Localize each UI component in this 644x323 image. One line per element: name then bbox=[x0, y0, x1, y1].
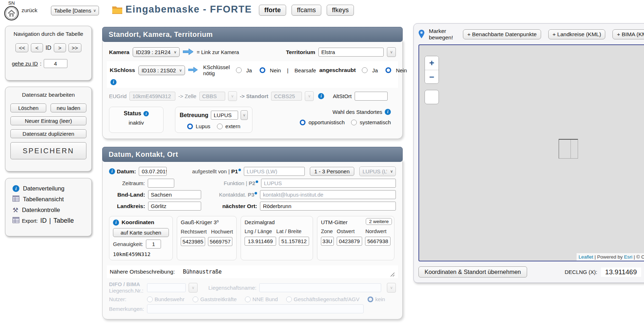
declng-label: DECLNG (X): bbox=[565, 269, 597, 275]
datum-input[interactable]: 03.07.2019 bbox=[139, 167, 167, 176]
wahl-info-icon[interactable] bbox=[385, 109, 391, 115]
utm-ost-input[interactable]: 0423879 bbox=[337, 237, 362, 246]
rechtswert-input[interactable]: 5423985 bbox=[181, 237, 205, 246]
utm-more-button[interactable]: 2 weitere bbox=[366, 218, 392, 225]
zeitraum-input[interactable] bbox=[148, 179, 174, 188]
datum-info-icon[interactable] bbox=[109, 168, 115, 174]
personen-button[interactable]: 1 - 3 Personen bbox=[310, 167, 354, 176]
resize-handle-icon[interactable] bbox=[390, 272, 394, 276]
betreuung-input[interactable]: LUPUS bbox=[211, 111, 238, 120]
koordinaten-uebernehmen-button[interactable]: Koordinaten & Standort übernehmen bbox=[418, 266, 527, 278]
kamera-label: Kamera bbox=[109, 49, 129, 56]
next-record-button[interactable]: > bbox=[54, 43, 66, 52]
sidebar-item-datenverteilung[interactable]: Datenverteilung bbox=[13, 185, 86, 192]
app-button-ffkeys[interactable]: ffkeys bbox=[327, 5, 354, 16]
p3-input[interactable]: kontakt@lupus-institut.de bbox=[260, 190, 396, 199]
kschluessel-ja-radio[interactable] bbox=[236, 67, 242, 73]
dezimalgrad-box: Dezimalgrad Lng / Länge Lat / Breite 13.… bbox=[241, 216, 313, 260]
systematisch-radio[interactable] bbox=[351, 120, 357, 125]
p1-select[interactable]: LUPUS (LW bbox=[359, 167, 396, 176]
goto-id-colon: : bbox=[40, 61, 42, 67]
utm-ost-label: Ostwert bbox=[337, 228, 365, 234]
reload-button[interactable]: neu laden bbox=[51, 103, 86, 112]
nutzer-kein-radio bbox=[368, 297, 373, 302]
utm-nord-input[interactable]: 5667938 bbox=[365, 237, 390, 246]
leaflet-link[interactable]: Leaflet bbox=[579, 254, 593, 260]
home-icon[interactable] bbox=[4, 16, 19, 22]
betreuung-extern-radio[interactable] bbox=[217, 124, 223, 129]
delete-button[interactable]: Löschen bbox=[10, 103, 46, 112]
separator: | bbox=[287, 67, 288, 73]
lng-input[interactable]: 13.911469 bbox=[245, 237, 276, 246]
links-panel: Datenverteilung Tabellenansicht ⚒ Datenk… bbox=[5, 178, 92, 236]
koordinaten-box: Koordinaten auf Karte suchen Genauigkeit… bbox=[109, 216, 173, 260]
kamera-select[interactable]: ID239 : 21R24 bbox=[133, 47, 180, 57]
save-button[interactable]: SPEICHERN bbox=[10, 142, 86, 159]
bima-kml-button[interactable]: + BIMA (KML) bbox=[612, 29, 644, 39]
zoom-out-button[interactable]: − bbox=[425, 70, 439, 83]
prev-record-button[interactable]: < bbox=[31, 43, 43, 52]
koordinaten-info-icon[interactable] bbox=[113, 220, 119, 226]
status-info-icon[interactable] bbox=[143, 111, 149, 116]
eugrid-label: EUGrid bbox=[109, 93, 127, 99]
karte-suchen-button[interactable]: auf Karte suchen bbox=[113, 228, 169, 237]
last-record-button[interactable]: >> bbox=[68, 43, 81, 52]
table-select[interactable]: Tabelle [Datens bbox=[51, 6, 99, 15]
opportunistisch-radio[interactable] bbox=[300, 120, 306, 125]
kschloss-select[interactable]: ID103 : 21S02 bbox=[138, 66, 185, 75]
esri-link[interactable]: Esri bbox=[624, 254, 632, 260]
liegenschaftsname-dropdown bbox=[387, 283, 396, 293]
utm-zone-input[interactable]: 33U bbox=[321, 237, 334, 246]
standort-input: CCBS25 bbox=[271, 92, 302, 101]
landkreise-kml-button[interactable]: + Landkreise (KML) bbox=[548, 29, 606, 39]
bearsafe-nein-radio[interactable] bbox=[385, 67, 391, 73]
landkreis-input[interactable]: Görlitz bbox=[148, 202, 201, 211]
goto-id-link[interactable]: gehe zu ID bbox=[12, 61, 38, 67]
kschluessel-nein-radio[interactable] bbox=[260, 67, 265, 73]
kschloss-info-icon[interactable] bbox=[110, 79, 117, 85]
p2-info-dot bbox=[256, 180, 258, 183]
standort-panel-header: Standort, Kamera, Territorium bbox=[102, 27, 403, 42]
zoom-in-button[interactable]: + bbox=[425, 56, 439, 70]
ort-label: nächster Ort: bbox=[222, 203, 257, 209]
betreuung-lupus-radio[interactable] bbox=[187, 124, 193, 129]
ort-input[interactable]: Röderbrunn bbox=[260, 202, 396, 211]
p2-input[interactable]: LUPUS bbox=[261, 179, 396, 188]
map-tile-outline bbox=[559, 139, 578, 159]
duplicate-button[interactable]: Datensatz duplizieren bbox=[10, 129, 86, 138]
export-id-link[interactable]: ID bbox=[40, 217, 47, 225]
map-extra-control-button[interactable] bbox=[425, 90, 439, 104]
p1-input[interactable]: LUPUS (LW) bbox=[244, 167, 305, 176]
sidebar-item-tabellenansicht[interactable]: Tabellenansicht bbox=[13, 196, 86, 203]
gk-title: Gauß-Krüger 3⁰ bbox=[181, 219, 233, 226]
lng-col-label: Lng / Länge bbox=[245, 228, 272, 234]
standort-info-icon[interactable] bbox=[318, 93, 324, 99]
benachbarte-datenpunkte-button[interactable]: + Benachbarte Datenpunkte bbox=[463, 29, 541, 39]
territorium-dropdown-button[interactable] bbox=[387, 47, 396, 57]
dezimal-title: Dezimalgrad bbox=[245, 219, 309, 225]
bndland-input[interactable]: Sachsen bbox=[148, 190, 201, 199]
bemerkungen-label: Bemerkungen: bbox=[109, 306, 144, 312]
bearsafe-bold-label: angeschraubt bbox=[319, 67, 356, 73]
edit-panel: Datensatz bearbeiten Löschen neu laden N… bbox=[5, 87, 92, 172]
map-canvas[interactable]: + − Leaflet | Powered by Esri | © C bbox=[418, 44, 644, 261]
goto-id-input[interactable]: 4 bbox=[44, 59, 67, 68]
arrow-right-icon[interactable] bbox=[183, 48, 194, 56]
hochwert-input[interactable]: 5669757 bbox=[208, 237, 232, 246]
lat-input[interactable]: 51.157812 bbox=[279, 237, 309, 246]
sidebar-item-datenkontrolle[interactable]: ⚒ Datenkontrolle bbox=[13, 207, 86, 213]
app-button-ffcams[interactable]: ffcams bbox=[292, 5, 321, 16]
betreuung-dropdown-button[interactable] bbox=[241, 110, 248, 120]
new-entry-button[interactable]: Neuer Eintrag (leer) bbox=[10, 116, 86, 125]
territorium-input[interactable]: Elstra bbox=[318, 48, 384, 57]
altstort-input[interactable] bbox=[355, 92, 388, 101]
gauss-krueger-box: Gauß-Krüger 3⁰ Rechtswert Hochwert 54239… bbox=[177, 216, 237, 260]
beschreibung-textarea[interactable]: Bühnaustraße bbox=[179, 267, 395, 276]
back-link[interactable]: zurück bbox=[22, 7, 37, 13]
app-button-fforte[interactable]: fforte bbox=[259, 5, 286, 16]
bearsafe-ja-radio[interactable] bbox=[362, 67, 368, 73]
genauigkeit-input[interactable]: 1 bbox=[146, 240, 161, 249]
top-bar: SN zurück Tabelle [Datens Eingabemaske -… bbox=[0, 0, 644, 22]
export-table-link[interactable]: Tabelle bbox=[53, 217, 74, 225]
first-record-button[interactable]: << bbox=[15, 43, 28, 52]
